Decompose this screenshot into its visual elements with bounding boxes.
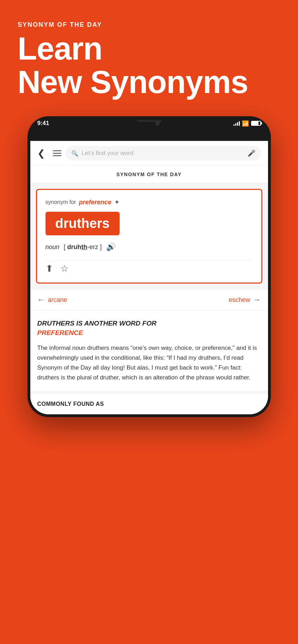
- favorite-button[interactable]: ☆: [60, 263, 68, 274]
- app-header: ❮ 🔍 Let's find your word 🎤: [30, 141, 268, 166]
- synonym-for-label-text: synonym for: [45, 199, 76, 205]
- pronunciation: [ druhth-erz ]: [64, 243, 102, 251]
- main-word-text: druthers: [55, 216, 110, 231]
- hero-title: Learn New Synonyms: [18, 32, 280, 99]
- menu-line-2: [53, 153, 61, 154]
- search-bar[interactable]: 🔍 Let's find your word 🎤: [66, 146, 261, 161]
- hero-title-line2: New Synonyms: [18, 64, 248, 100]
- pronunciation-row: noun [ druhth-erz ] 🔊: [45, 242, 253, 252]
- definition-heading-orange: PREFERENCE: [37, 329, 83, 336]
- wifi-icon: 📶: [242, 120, 249, 127]
- section-title-text: SYNONYM OF THE DAY: [116, 172, 182, 177]
- hero-section: SYNONYM OF THE DAY Learn New Synonyms: [0, 0, 298, 109]
- definition-heading-bold: DRUTHERS: [37, 320, 75, 327]
- bar3: [237, 122, 238, 126]
- speaker-button[interactable]: 🔊: [106, 242, 116, 252]
- battery-icon: [251, 121, 261, 126]
- synonym-for-word[interactable]: preference: [79, 199, 111, 206]
- hero-subtitle: SYNONYM OF THE DAY: [18, 21, 280, 29]
- search-placeholder-text: Let's find your word: [82, 150, 244, 157]
- search-icon: 🔍: [71, 150, 78, 157]
- prev-arrow-icon: ←: [37, 295, 45, 304]
- card-actions: ⬆︎ ☆: [45, 260, 253, 274]
- signal-icon: [233, 121, 240, 126]
- next-arrow-icon: →: [253, 295, 261, 304]
- word-card-section: synonym for preference ✦ druthers noun […: [30, 183, 268, 289]
- bar4: [239, 121, 240, 126]
- phone-top: 9:41 📶: [28, 116, 271, 141]
- mic-icon[interactable]: 🎤: [248, 149, 255, 157]
- bar2: [235, 123, 236, 126]
- part-of-speech: noun: [45, 243, 60, 251]
- commonly-found-section: COMMONLY FOUND AS: [30, 391, 268, 414]
- menu-line-1: [53, 150, 61, 151]
- camera: [156, 121, 160, 125]
- section-title-bar: SYNONYM OF THE DAY: [30, 166, 268, 183]
- menu-line-3: [53, 155, 61, 156]
- phone-screen: ❮ 🔍 Let's find your word 🎤 SYNONYM OF TH…: [30, 141, 268, 414]
- status-icons: 📶: [233, 120, 261, 127]
- definition-heading-part2: IS ANOTHER WORD FOR: [74, 320, 157, 327]
- back-button[interactable]: ❮: [37, 148, 49, 159]
- share-button[interactable]: ⬆︎: [45, 263, 53, 274]
- phone-container: 9:41 📶 ❮: [0, 109, 298, 417]
- hero-title-line1: Learn: [18, 31, 102, 66]
- prev-word-text: arcane: [48, 296, 67, 304]
- phone: 9:41 📶 ❮: [28, 116, 271, 417]
- bar1: [233, 124, 235, 126]
- definition-section: DRUTHERS IS ANOTHER WORD FOR PREFERENCE …: [30, 310, 268, 391]
- prev-word-button[interactable]: ← arcane: [37, 295, 67, 304]
- word-card: synonym for preference ✦ druthers noun […: [36, 189, 262, 284]
- battery-fill: [252, 122, 259, 125]
- definition-heading: DRUTHERS IS ANOTHER WORD FOR PREFERENCE: [37, 319, 261, 338]
- sparkle-icon: ✦: [114, 198, 120, 206]
- notch: [114, 116, 184, 128]
- word-navigation: ← arcane eschew →: [30, 289, 268, 310]
- synonym-for-row: synonym for preference ✦: [45, 198, 253, 206]
- status-time: 9:41: [37, 120, 49, 127]
- main-word-badge: druthers: [45, 212, 120, 235]
- menu-button[interactable]: [53, 150, 61, 156]
- commonly-found-title: COMMONLY FOUND AS: [37, 401, 261, 407]
- definition-body: The informal noun druthers means “one’s …: [37, 343, 261, 383]
- next-word-text: eschew: [229, 296, 250, 304]
- next-word-button[interactable]: eschew →: [229, 295, 261, 304]
